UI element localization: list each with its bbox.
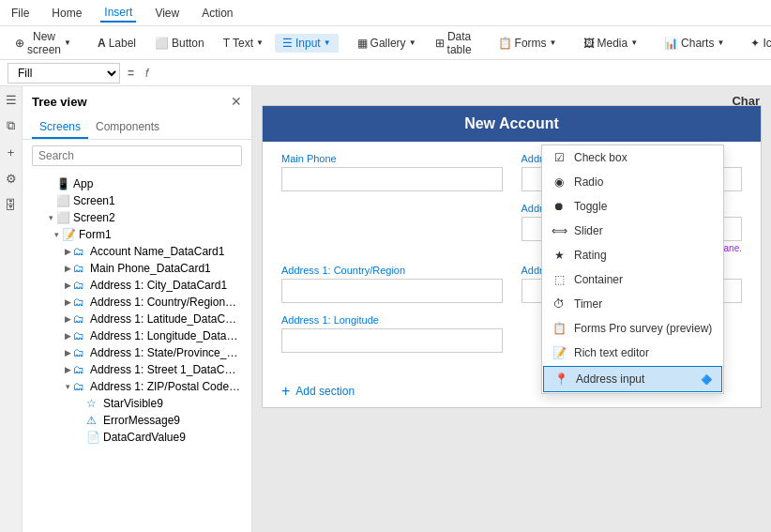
text-button[interactable]: T Text ▼: [216, 34, 271, 53]
dropdown-item-label: Check box: [574, 151, 627, 164]
country-input[interactable]: [281, 279, 503, 303]
settings-icon[interactable]: ⚙: [2, 169, 21, 188]
dropdown-item-timer[interactable]: ⏱ Timer: [542, 292, 723, 316]
layers-icon[interactable]: ⧉: [2, 116, 21, 135]
tree-item-state[interactable]: ▶ 🗂 Address 1: State/Province_DataCard1: [23, 344, 251, 361]
field-label: Main Phone: [281, 153, 503, 164]
checkbox-icon: ☑: [552, 150, 567, 165]
tree-item-mainphone[interactable]: ▶ 🗂 Main Phone_DataCard1: [23, 260, 251, 277]
gallery-button[interactable]: ▦ Gallery ▼: [350, 34, 424, 53]
forms-icon: 📋: [498, 37, 512, 50]
tree-item-street[interactable]: ▶ 🗂 Address 1: Street 1_DataCard1: [23, 361, 251, 378]
longitude-input[interactable]: [281, 328, 503, 353]
text-arrow-icon: ▼: [256, 38, 264, 47]
media-button[interactable]: 🖼 Media ▼: [576, 34, 646, 53]
tree-item-starvisible[interactable]: ☆ StarVisible9: [23, 395, 251, 412]
forms-button[interactable]: 📋 Forms ▼: [491, 34, 565, 53]
formula-input[interactable]: [156, 65, 763, 82]
menu-action[interactable]: Action: [198, 5, 236, 22]
tree-item-label: Main Phone_DataCard1: [90, 262, 242, 275]
slider-icon: ⟺: [552, 223, 567, 238]
expand-icon: ▶: [62, 365, 73, 374]
tree-item-zip[interactable]: ▾ 🗂 Address 1: ZIP/Postal Code_DataCar..…: [23, 378, 251, 395]
dropdown-item-radio[interactable]: ◉ Radio: [542, 170, 723, 194]
expand-icon: ▾: [45, 213, 56, 222]
card-icon: 🗂: [73, 363, 86, 376]
dropdown-item-checkbox[interactable]: ☑ Check box: [542, 145, 723, 170]
dropdown-item-rating[interactable]: ★ Rating: [542, 243, 723, 267]
tree-item-screen2[interactable]: ▾ ⬜ Screen2 ···: [23, 209, 251, 226]
tree-item-label: Address 1: Latitude_DataCard1: [90, 312, 242, 326]
tree-item-account[interactable]: ▶ 🗂 Account Name_DataCard1: [23, 243, 251, 260]
expand-icon: ▶: [62, 348, 73, 357]
tree-item-form1[interactable]: ▾ 📝 Form1: [23, 226, 251, 243]
icons-icon: ✦: [750, 37, 760, 50]
canvas-header: New Account: [263, 106, 761, 142]
dropdown-item-slider[interactable]: ⟺ Slider: [542, 219, 723, 243]
menu-insert[interactable]: Insert: [100, 4, 136, 23]
tree-item-label: StarVisible9: [103, 397, 242, 410]
database-icon[interactable]: 🗄: [2, 195, 21, 214]
sidebar-close-button[interactable]: ✕: [231, 94, 242, 109]
tree-item-datacardvalue[interactable]: 📄 DataCardValue9: [23, 429, 251, 446]
label-button[interactable]: A Label: [90, 34, 144, 53]
charts-button[interactable]: 📊 Charts ▼: [657, 34, 732, 53]
icons-strip: ☰ ⧉ + ⚙ 🗄: [0, 86, 23, 532]
tree-item-screen1[interactable]: ⬜ Screen1: [23, 192, 251, 209]
tree-item-country[interactable]: ▶ 🗂 Address 1: Country/Region_DataC...: [23, 294, 251, 311]
field-empty: [281, 203, 503, 253]
gallery-arrow-icon: ▼: [409, 38, 416, 47]
tree-item-city[interactable]: ▶ 🗂 Address 1: City_DataCard1: [23, 277, 251, 294]
tree-item-app[interactable]: 📱 App: [23, 175, 251, 192]
function-icon: f: [142, 65, 152, 82]
sidebar: Tree view ✕ Screens Components 📱 App ⬜ S…: [23, 86, 252, 532]
card-icon: 🗂: [73, 346, 86, 359]
dropdown-item-address[interactable]: 📍 Address input 🔷: [543, 366, 722, 392]
card-icon: 🗂: [73, 380, 86, 393]
new-screen-icon: ⊕: [15, 37, 24, 50]
dropdown-item-rte[interactable]: 📝 Rich text editor: [542, 341, 723, 365]
tree-view: 📱 App ⬜ Screen1 ▾ ⬜ Screen2 ···: [23, 172, 251, 532]
data-table-button[interactable]: ⊞ Data table: [428, 27, 479, 59]
tab-screens[interactable]: Screens: [32, 116, 88, 139]
dropdown-item-toggle[interactable]: ⏺ Toggle: [542, 194, 723, 219]
dropdown-item-label: Timer: [574, 297, 602, 311]
dropdown-item-label: Radio: [574, 175, 603, 189]
mainphone-input[interactable]: [281, 167, 503, 191]
tree-item-label: Address 1: Country/Region_DataC...: [90, 296, 242, 309]
dropdown-arrow-icon: ▼: [64, 38, 71, 47]
charts-arrow-icon: ▼: [717, 38, 724, 47]
tab-components[interactable]: Components: [88, 116, 167, 139]
menu-file[interactable]: File: [8, 5, 33, 22]
fill-select[interactable]: Fill: [8, 63, 120, 84]
tree-item-longitude[interactable]: ▶ 🗂 Address 1: Longitude_DataCard1: [23, 327, 251, 344]
media-icon: 🖼: [583, 37, 595, 50]
tree-item-label: Screen1: [73, 194, 242, 207]
tree-item-latitude[interactable]: ▶ 🗂 Address 1: Latitude_DataCard1: [23, 311, 251, 327]
card-icon: 🗂: [73, 329, 86, 342]
search-input[interactable]: [32, 145, 242, 166]
input-arrow-icon: ▼: [324, 38, 331, 47]
chart-label: Char: [720, 86, 771, 115]
main-area: ☰ ⧉ + ⚙ 🗄 Tree view ✕ Screens Components…: [0, 86, 771, 532]
input-button[interactable]: ☰ Input ▼: [275, 34, 339, 53]
form-icon: 📝: [62, 228, 75, 241]
screen-icon: ⬜: [56, 194, 69, 207]
dropdown-item-label: Slider: [574, 224, 603, 237]
hamburger-icon[interactable]: ☰: [2, 90, 21, 109]
field-mainphone: Main Phone: [281, 153, 503, 191]
menu-view[interactable]: View: [151, 5, 183, 22]
dropdown-item-container[interactable]: ⬚ Container: [542, 267, 723, 292]
dropdown-item-formspro[interactable]: 📋 Forms Pro survey (preview): [542, 316, 723, 341]
new-screen-button[interactable]: ⊕ New screen ▼: [8, 27, 79, 59]
menu-home[interactable]: Home: [48, 5, 85, 22]
input-icon: ☰: [282, 37, 293, 50]
tree-item-errormessage[interactable]: ⚠ ErrorMessage9: [23, 412, 251, 429]
canvas-area: Char New Account Main Phone Address 1: C…: [252, 86, 771, 532]
rte-icon: 📝: [552, 345, 567, 360]
plus-icon[interactable]: +: [2, 143, 21, 161]
sidebar-search-area: [23, 140, 251, 172]
sidebar-title: Tree view: [32, 95, 87, 109]
button-button[interactable]: ⬜ Button: [147, 34, 212, 53]
icons-button[interactable]: ✦ Icons: [743, 34, 771, 53]
